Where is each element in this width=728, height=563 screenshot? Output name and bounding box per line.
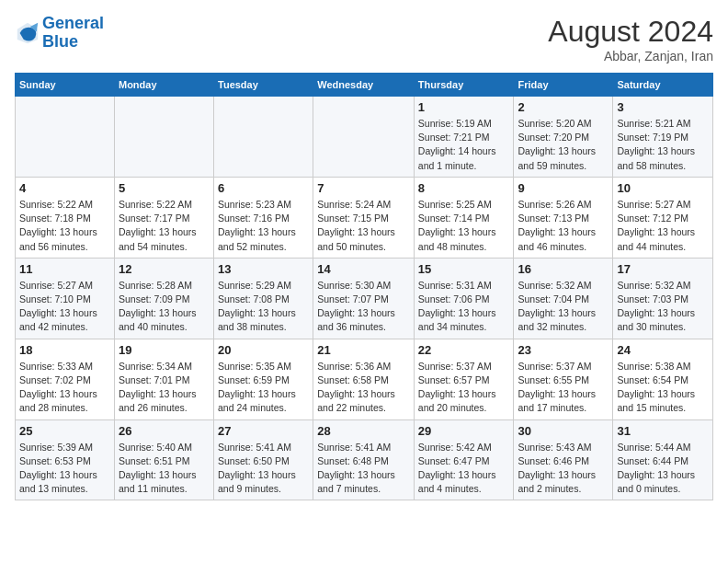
day-number: 8	[418, 181, 510, 195]
day-number: 10	[617, 181, 709, 195]
day-number: 16	[518, 262, 609, 276]
calendar-cell: 2Sunrise: 5:20 AM Sunset: 7:20 PM Daylig…	[514, 97, 613, 178]
day-number: 13	[218, 262, 309, 276]
calendar-cell: 14Sunrise: 5:30 AM Sunset: 7:07 PM Dayli…	[313, 258, 415, 339]
calendar-cell: 7Sunrise: 5:24 AM Sunset: 7:15 PM Daylig…	[313, 177, 415, 258]
day-info: Sunrise: 5:32 AM Sunset: 7:03 PM Dayligh…	[617, 279, 709, 335]
calendar-cell: 13Sunrise: 5:29 AM Sunset: 7:08 PM Dayli…	[214, 258, 313, 339]
day-number: 20	[218, 343, 309, 357]
calendar-cell: 19Sunrise: 5:34 AM Sunset: 7:01 PM Dayli…	[114, 339, 213, 419]
calendar-cell: 12Sunrise: 5:28 AM Sunset: 7:09 PM Dayli…	[114, 258, 213, 339]
day-info: Sunrise: 5:42 AM Sunset: 6:47 PM Dayligh…	[418, 441, 510, 497]
day-info: Sunrise: 5:35 AM Sunset: 6:59 PM Dayligh…	[218, 360, 309, 416]
day-info: Sunrise: 5:19 AM Sunset: 7:21 PM Dayligh…	[418, 117, 510, 173]
day-info: Sunrise: 5:32 AM Sunset: 7:04 PM Dayligh…	[518, 279, 609, 335]
calendar-cell: 1Sunrise: 5:19 AM Sunset: 7:21 PM Daylig…	[414, 97, 514, 178]
calendar-week-row: 18Sunrise: 5:33 AM Sunset: 7:02 PM Dayli…	[16, 339, 713, 419]
calendar-cell	[313, 97, 415, 178]
day-info: Sunrise: 5:34 AM Sunset: 7:01 PM Dayligh…	[119, 360, 210, 416]
day-number: 29	[418, 424, 510, 438]
day-number: 26	[119, 424, 210, 438]
calendar-cell: 22Sunrise: 5:37 AM Sunset: 6:57 PM Dayli…	[414, 339, 514, 419]
location: Abbar, Zanjan, Iran	[548, 49, 713, 63]
calendar-week-row: 25Sunrise: 5:39 AM Sunset: 6:53 PM Dayli…	[16, 419, 713, 500]
day-number: 5	[119, 181, 210, 195]
logo-line1: General	[42, 14, 104, 32]
calendar-cell: 18Sunrise: 5:33 AM Sunset: 7:02 PM Dayli…	[16, 339, 115, 419]
day-number: 18	[19, 343, 110, 357]
calendar-cell	[16, 97, 115, 178]
calendar-week-row: 1Sunrise: 5:19 AM Sunset: 7:21 PM Daylig…	[16, 97, 713, 178]
calendar-week-row: 11Sunrise: 5:27 AM Sunset: 7:10 PM Dayli…	[16, 258, 713, 339]
day-number: 2	[518, 100, 609, 114]
day-info: Sunrise: 5:38 AM Sunset: 6:54 PM Dayligh…	[617, 360, 709, 416]
day-number: 23	[518, 343, 609, 357]
day-number: 17	[617, 262, 709, 276]
calendar-table: SundayMondayTuesdayWednesdayThursdayFrid…	[15, 73, 713, 500]
title-block: August 2024 Abbar, Zanjan, Iran	[548, 15, 713, 63]
day-number: 22	[418, 343, 510, 357]
day-number: 7	[317, 181, 410, 195]
weekday-header: Tuesday	[214, 74, 313, 97]
day-number: 28	[317, 424, 410, 438]
calendar-cell: 20Sunrise: 5:35 AM Sunset: 6:59 PM Dayli…	[214, 339, 313, 419]
calendar-cell: 23Sunrise: 5:37 AM Sunset: 6:55 PM Dayli…	[514, 339, 613, 419]
calendar-cell: 8Sunrise: 5:25 AM Sunset: 7:14 PM Daylig…	[414, 177, 514, 258]
day-info: Sunrise: 5:31 AM Sunset: 7:06 PM Dayligh…	[418, 279, 510, 335]
calendar-cell: 17Sunrise: 5:32 AM Sunset: 7:03 PM Dayli…	[613, 258, 713, 339]
day-info: Sunrise: 5:26 AM Sunset: 7:13 PM Dayligh…	[518, 198, 609, 254]
calendar-cell: 15Sunrise: 5:31 AM Sunset: 7:06 PM Dayli…	[414, 258, 514, 339]
day-info: Sunrise: 5:39 AM Sunset: 6:53 PM Dayligh…	[19, 441, 110, 497]
day-info: Sunrise: 5:37 AM Sunset: 6:57 PM Dayligh…	[418, 360, 510, 416]
day-number: 19	[119, 343, 210, 357]
calendar-cell: 10Sunrise: 5:27 AM Sunset: 7:12 PM Dayli…	[613, 177, 713, 258]
logo: General Blue	[15, 15, 104, 52]
day-info: Sunrise: 5:20 AM Sunset: 7:20 PM Dayligh…	[518, 117, 609, 173]
calendar-cell: 25Sunrise: 5:39 AM Sunset: 6:53 PM Dayli…	[16, 419, 115, 500]
weekday-header-row: SundayMondayTuesdayWednesdayThursdayFrid…	[16, 74, 713, 97]
calendar-cell: 24Sunrise: 5:38 AM Sunset: 6:54 PM Dayli…	[613, 339, 713, 419]
day-info: Sunrise: 5:27 AM Sunset: 7:12 PM Dayligh…	[617, 198, 709, 254]
day-number: 6	[218, 181, 309, 195]
day-number: 31	[617, 424, 709, 438]
day-info: Sunrise: 5:27 AM Sunset: 7:10 PM Dayligh…	[19, 279, 110, 335]
day-number: 30	[518, 424, 609, 438]
calendar-cell: 21Sunrise: 5:36 AM Sunset: 6:58 PM Dayli…	[313, 339, 415, 419]
day-info: Sunrise: 5:23 AM Sunset: 7:16 PM Dayligh…	[218, 198, 309, 254]
day-info: Sunrise: 5:40 AM Sunset: 6:51 PM Dayligh…	[119, 441, 210, 497]
day-number: 3	[617, 100, 709, 114]
day-number: 15	[418, 262, 510, 276]
day-number: 21	[317, 343, 410, 357]
day-number: 24	[617, 343, 709, 357]
day-number: 9	[518, 181, 609, 195]
day-number: 4	[19, 181, 110, 195]
day-info: Sunrise: 5:37 AM Sunset: 6:55 PM Dayligh…	[518, 360, 609, 416]
logo-text: General Blue	[42, 15, 104, 52]
day-info: Sunrise: 5:41 AM Sunset: 6:48 PM Dayligh…	[317, 441, 410, 497]
day-number: 14	[317, 262, 410, 276]
weekday-header: Friday	[514, 74, 613, 97]
day-info: Sunrise: 5:41 AM Sunset: 6:50 PM Dayligh…	[218, 441, 309, 497]
calendar-cell: 29Sunrise: 5:42 AM Sunset: 6:47 PM Dayli…	[414, 419, 514, 500]
calendar-cell	[114, 97, 213, 178]
weekday-header: Sunday	[16, 74, 115, 97]
calendar-cell: 5Sunrise: 5:22 AM Sunset: 7:17 PM Daylig…	[114, 177, 213, 258]
weekday-header: Wednesday	[313, 74, 415, 97]
day-number: 1	[418, 100, 510, 114]
calendar-cell: 26Sunrise: 5:40 AM Sunset: 6:51 PM Dayli…	[114, 419, 213, 500]
weekday-header: Thursday	[414, 74, 514, 97]
day-number: 27	[218, 424, 309, 438]
day-info: Sunrise: 5:44 AM Sunset: 6:44 PM Dayligh…	[617, 441, 709, 497]
calendar-cell: 3Sunrise: 5:21 AM Sunset: 7:19 PM Daylig…	[613, 97, 713, 178]
calendar-cell	[214, 97, 313, 178]
day-info: Sunrise: 5:28 AM Sunset: 7:09 PM Dayligh…	[119, 279, 210, 335]
month-year: August 2024	[548, 15, 713, 49]
day-info: Sunrise: 5:43 AM Sunset: 6:46 PM Dayligh…	[518, 441, 609, 497]
day-info: Sunrise: 5:25 AM Sunset: 7:14 PM Dayligh…	[418, 198, 510, 254]
day-info: Sunrise: 5:33 AM Sunset: 7:02 PM Dayligh…	[19, 360, 110, 416]
calendar-cell: 30Sunrise: 5:43 AM Sunset: 6:46 PM Dayli…	[514, 419, 613, 500]
calendar-cell: 11Sunrise: 5:27 AM Sunset: 7:10 PM Dayli…	[16, 258, 115, 339]
logo-line2: Blue	[42, 32, 78, 51]
calendar-cell: 27Sunrise: 5:41 AM Sunset: 6:50 PM Dayli…	[214, 419, 313, 500]
calendar-week-row: 4Sunrise: 5:22 AM Sunset: 7:18 PM Daylig…	[16, 177, 713, 258]
